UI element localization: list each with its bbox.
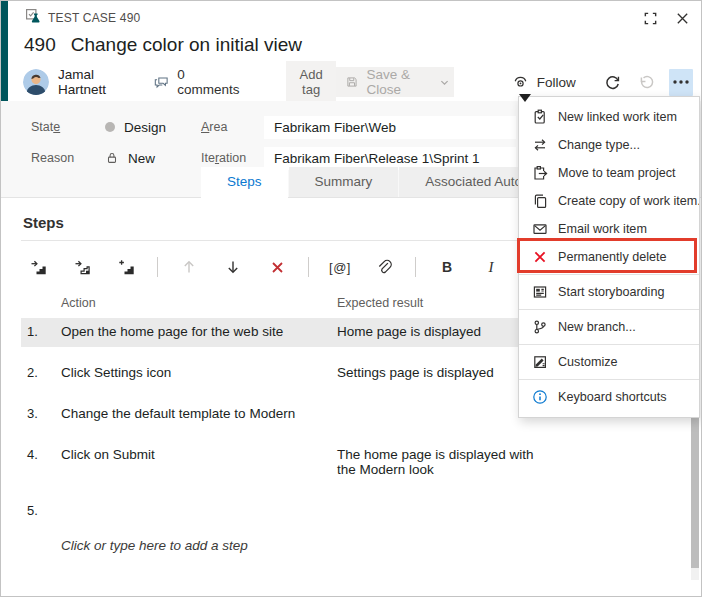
step-action[interactable]: Change the default template to Modern — [61, 406, 337, 423]
work-item-id: 490 — [24, 34, 56, 56]
comments-button[interactable]: 0 comments — [154, 67, 241, 97]
insert-step-icon[interactable] — [25, 254, 51, 280]
menu-item-email-work-item[interactable]: Email work item — [519, 215, 699, 243]
iteration-label: Iteration — [201, 151, 264, 165]
menu-item-new-branch[interactable]: New branch... — [519, 313, 699, 341]
change-type-icon — [532, 137, 548, 153]
branch-icon — [532, 319, 548, 335]
customize-icon — [532, 354, 548, 370]
insert-shared-steps-icon[interactable] — [69, 254, 95, 280]
menu-divider — [519, 274, 699, 275]
move-step-down-icon[interactable] — [220, 254, 246, 280]
follow-icon — [512, 74, 529, 90]
attachment-icon[interactable] — [371, 254, 397, 280]
reason-value[interactable]: New — [105, 151, 155, 166]
new-linked-work-item-icon — [532, 109, 548, 125]
move-to-team-project-icon — [532, 165, 548, 181]
scrollbar-thumb[interactable] — [691, 416, 699, 568]
work-item-title-row: 490 Change color on initial view — [24, 34, 681, 56]
more-actions-menu: New linked work item Change type... Move… — [518, 96, 700, 418]
menu-item-start-storyboarding[interactable]: Start storyboarding — [519, 278, 699, 306]
maximize-icon[interactable] — [641, 9, 659, 27]
step-row-4[interactable]: 4. Click on Submit The home page is disp… — [21, 441, 681, 483]
add-step-icon[interactable] — [113, 254, 139, 280]
toolbar-divider — [415, 257, 416, 277]
reason-label: Reason — [31, 151, 105, 165]
work-item-type-label: TEST CASE 490 — [48, 11, 140, 25]
follow-button[interactable]: Follow — [512, 74, 576, 90]
work-item-toolbar: Jamal Hartnett 0 comments Add tag Save &… — [23, 64, 693, 100]
menu-item-keyboard-shortcuts[interactable]: Keyboard shortcuts — [519, 383, 699, 411]
more-actions-button[interactable] — [669, 69, 693, 96]
menu-item-permanently-delete[interactable]: Permanently delete — [519, 243, 699, 271]
add-tag-button[interactable]: Add tag — [286, 61, 337, 103]
menu-divider — [519, 309, 699, 310]
state-label: State — [31, 120, 105, 134]
storyboard-icon — [532, 284, 548, 300]
permanently-delete-icon — [532, 249, 548, 265]
menu-item-create-copy[interactable]: Create copy of work item... — [519, 187, 699, 215]
info-icon — [532, 389, 548, 405]
work-item-dialog: TEST CASE 490 490 Change color on initia… — [0, 0, 702, 597]
menu-item-customize[interactable]: Customize — [519, 348, 699, 376]
tab-summary[interactable]: Summary — [289, 167, 399, 197]
comments-count: 0 comments — [177, 67, 241, 97]
test-case-icon — [25, 8, 41, 28]
column-action: Action — [61, 296, 337, 310]
copy-icon — [532, 193, 548, 209]
menu-item-new-linked-work-item[interactable]: New linked work item — [519, 103, 699, 131]
italic-button[interactable]: I — [478, 254, 504, 280]
save-options-chevron[interactable] — [435, 67, 453, 97]
save-icon — [346, 74, 358, 90]
step-action[interactable]: Click on Submit — [61, 447, 337, 477]
area-value[interactable]: Fabrikam Fiber\Web — [264, 116, 516, 139]
follow-label: Follow — [537, 75, 576, 90]
menu-item-move-to-team-project[interactable]: Move to team project — [519, 159, 699, 187]
comments-icon — [154, 74, 169, 90]
save-and-close-label: Save & Close — [366, 67, 427, 97]
step-action[interactable]: Open the home page for the web site — [61, 324, 337, 341]
undo-icon[interactable] — [637, 69, 658, 95]
menu-divider — [519, 344, 699, 345]
state-dot-icon — [105, 122, 115, 132]
delete-step-icon[interactable] — [264, 254, 290, 280]
toolbar-divider — [308, 257, 309, 277]
work-item-type-color-bar — [1, 1, 8, 107]
ellipsis-icon — [673, 80, 689, 84]
refresh-icon[interactable] — [602, 69, 623, 95]
save-and-close-button[interactable]: Save & Close — [336, 67, 453, 97]
state-value[interactable]: Design — [105, 120, 166, 135]
avatar[interactable] — [23, 69, 49, 95]
tab-steps[interactable]: Steps — [201, 167, 288, 198]
dialog-titlebar: TEST CASE 490 — [25, 7, 691, 29]
menu-caret — [519, 94, 531, 102]
step-action[interactable]: Click Settings icon — [61, 365, 337, 382]
step-action[interactable] — [61, 503, 337, 520]
area-label: Area — [201, 120, 264, 134]
menu-item-change-type[interactable]: Change type... — [519, 131, 699, 159]
lock-icon — [105, 151, 119, 165]
bold-button[interactable]: B — [434, 254, 460, 280]
step-row-5[interactable]: 5. — [21, 497, 681, 526]
step-expected[interactable]: The home page is displayed with the Mode… — [337, 447, 549, 477]
move-step-up-icon[interactable] — [176, 254, 202, 280]
work-item-title-field[interactable]: Change color on initial view — [71, 34, 302, 56]
add-step-placeholder[interactable]: Click or type here to add a step — [61, 538, 701, 553]
assignee-name[interactable]: Jamal Hartnett — [58, 67, 110, 97]
insert-parameter-icon[interactable]: [@] — [327, 254, 353, 280]
toolbar-divider — [157, 257, 158, 277]
email-icon — [532, 221, 548, 237]
menu-divider — [519, 379, 699, 380]
step-expected[interactable] — [337, 503, 549, 520]
close-icon[interactable] — [673, 9, 691, 27]
